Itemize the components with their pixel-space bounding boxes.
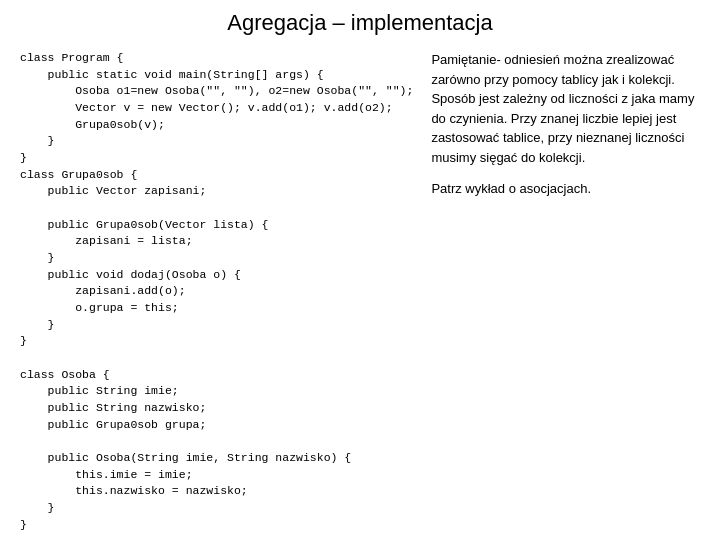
text-paragraph-1: Pamiętanie- odniesień można zrealizować … xyxy=(431,50,700,167)
page-container: Agregacja – implementacja class Program … xyxy=(0,0,720,540)
text-section: Pamiętanie- odniesień można zrealizować … xyxy=(431,50,700,211)
page-title: Agregacja – implementacja xyxy=(20,10,700,36)
text-paragraph-2: Patrz wykład o asocjacjach. xyxy=(431,179,700,199)
content-area: class Program { public static void main(… xyxy=(20,50,700,533)
code-block: class Program { public static void main(… xyxy=(20,50,413,533)
